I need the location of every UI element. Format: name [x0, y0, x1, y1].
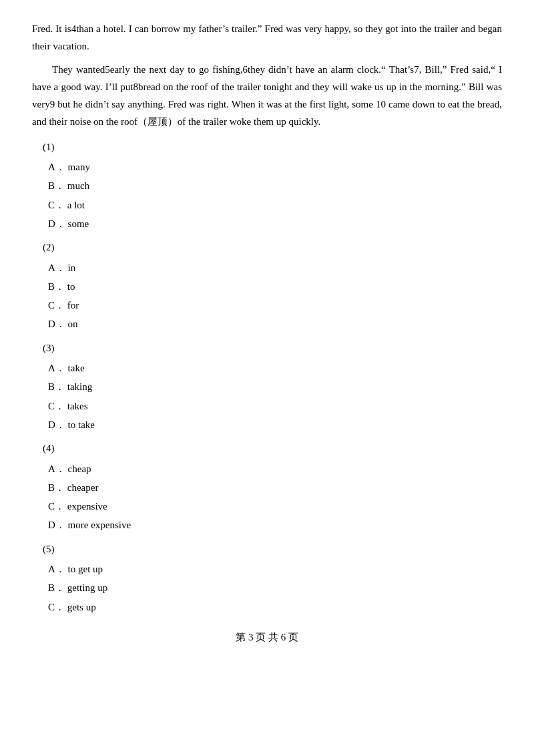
option-label: C．	[48, 401, 65, 411]
option-text: on	[68, 319, 78, 329]
option-label: C．	[48, 501, 65, 512]
option-text: in	[68, 262, 76, 273]
question-5: (5) A． to get up B． getting up C． gets u…	[32, 541, 502, 616]
option-label: C．	[48, 200, 65, 210]
question-3: (3) A． take B． taking C． takes D． to tak…	[32, 340, 502, 434]
option-3b[interactable]: B． taking	[32, 378, 502, 395]
option-text: a lot	[67, 200, 85, 210]
option-text: much	[67, 180, 89, 191]
option-text: to take	[68, 419, 95, 430]
option-label: A．	[48, 262, 65, 273]
option-label: A．	[48, 564, 65, 574]
option-label: A．	[48, 162, 65, 172]
option-2a[interactable]: A． in	[32, 259, 502, 276]
option-1b[interactable]: B． much	[32, 177, 502, 194]
option-label: B．	[48, 582, 65, 593]
option-5b[interactable]: B． getting up	[32, 579, 502, 596]
option-label: A．	[48, 363, 65, 373]
option-text: to get up	[68, 564, 103, 574]
option-label: C．	[48, 602, 65, 612]
question-2: (2) A． in B． to C． for D． on	[32, 239, 502, 333]
option-2d[interactable]: D． on	[32, 315, 502, 333]
page-footer: 第 3 页 共 6 页	[32, 629, 502, 646]
option-3a[interactable]: A． take	[32, 359, 502, 377]
option-text: expensive	[67, 501, 107, 512]
option-text: some	[68, 218, 89, 229]
page-number: 第 3 页 共 6 页	[236, 632, 298, 642]
option-text: more expensive	[68, 520, 131, 530]
option-text: cheaper	[67, 482, 99, 493]
option-label: B．	[48, 381, 65, 392]
option-label: B．	[48, 281, 65, 292]
option-1d[interactable]: D． some	[32, 215, 502, 232]
question-number-1: (1)	[32, 139, 502, 156]
option-2b[interactable]: B． to	[32, 278, 502, 295]
option-3c[interactable]: C． takes	[32, 397, 502, 415]
option-label: D．	[48, 419, 65, 430]
paragraph1: Fred. It is4than a hotel. I can borrow m…	[32, 20, 502, 55]
option-3d[interactable]: D． to take	[32, 416, 502, 433]
option-4c[interactable]: C． expensive	[32, 498, 502, 515]
option-label: D．	[48, 520, 65, 530]
option-label: D．	[48, 218, 65, 229]
option-5c[interactable]: C． gets up	[32, 598, 502, 616]
question-number-4: (4)	[32, 440, 502, 457]
option-5a[interactable]: A． to get up	[32, 560, 502, 578]
paragraph2: They wanted5early the next day to go fis…	[32, 61, 502, 131]
option-1c[interactable]: C． a lot	[32, 196, 502, 214]
option-label: C．	[48, 300, 65, 311]
question-number-3: (3)	[32, 340, 502, 357]
option-text: taking	[67, 381, 93, 392]
option-4a[interactable]: A． cheap	[32, 460, 502, 478]
option-text: takes	[67, 401, 88, 411]
option-text: gets up	[67, 602, 96, 612]
option-label: A．	[48, 463, 65, 474]
option-label: B．	[48, 482, 65, 493]
question-4: (4) A． cheap B． cheaper C． expensive D． …	[32, 440, 502, 534]
questions-section: (1) A． many B． much C． a lot D． some (2)…	[32, 139, 502, 616]
option-1a[interactable]: A． many	[32, 158, 502, 176]
option-text: many	[68, 162, 90, 172]
option-text: getting up	[67, 582, 107, 593]
option-4b[interactable]: B． cheaper	[32, 479, 502, 496]
option-text: to	[67, 281, 75, 292]
question-1: (1) A． many B． much C． a lot D． some	[32, 139, 502, 233]
option-text: cheap	[68, 463, 91, 474]
option-2c[interactable]: C． for	[32, 297, 502, 314]
question-number-5: (5)	[32, 541, 502, 558]
option-label: D．	[48, 319, 65, 329]
passage: Fred. It is4than a hotel. I can borrow m…	[32, 20, 502, 131]
question-number-2: (2)	[32, 239, 502, 256]
option-label: B．	[48, 180, 65, 191]
option-4d[interactable]: D． more expensive	[32, 516, 502, 534]
option-text: take	[68, 363, 85, 373]
option-text: for	[67, 300, 79, 311]
